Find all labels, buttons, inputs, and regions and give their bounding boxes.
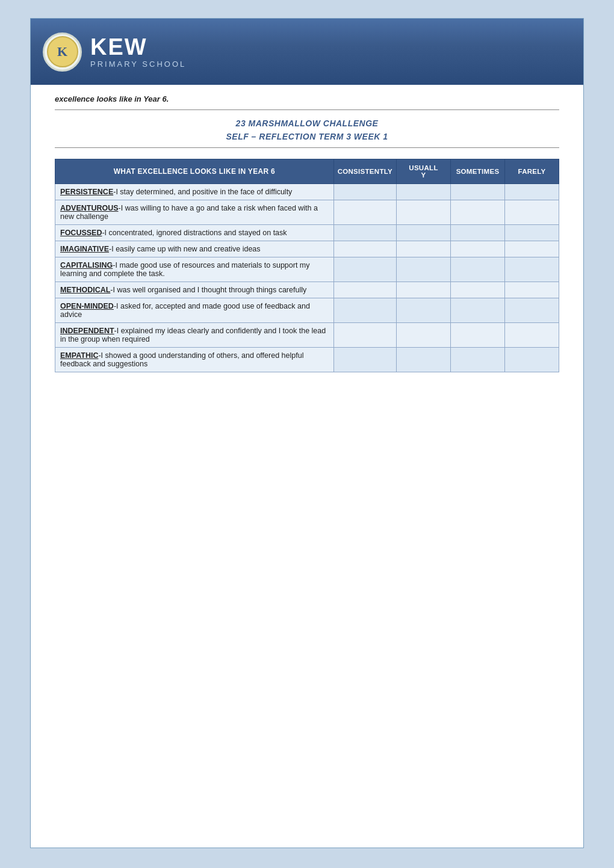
table-row: IMAGINATIVE-I easily came up with new an… <box>55 241 559 257</box>
col-header-consistently: CONSISTENTLY <box>333 159 396 184</box>
table-header-row: WHAT EXCELLENCE LOOKS LIKE IN YEAR 6 CON… <box>55 159 559 184</box>
check-cell[interactable] <box>451 184 505 200</box>
check-cell[interactable] <box>397 298 451 323</box>
check-cell[interactable] <box>505 323 559 348</box>
check-cell[interactable] <box>397 200 451 225</box>
table-row: OPEN-MINDED-I asked for, accepted and ma… <box>55 298 559 323</box>
divider-2 <box>55 147 559 148</box>
check-cell[interactable] <box>397 323 451 348</box>
check-cell[interactable] <box>397 282 451 298</box>
check-cell[interactable] <box>333 225 396 241</box>
trait-description-cell: FOCUSSED-I concentrated, ignored distrac… <box>55 225 334 241</box>
check-cell[interactable] <box>451 241 505 257</box>
trait-name: OPEN-MINDED <box>60 302 114 310</box>
check-cell[interactable] <box>505 348 559 372</box>
check-cell[interactable] <box>397 257 451 282</box>
trait-name: PERSISTENCE <box>60 188 113 196</box>
check-cell[interactable] <box>451 282 505 298</box>
trait-description-cell: IMAGINATIVE-I easily came up with new an… <box>55 241 334 257</box>
logo-circle: K <box>43 32 82 72</box>
table-row: ADVENTUROUS-I was willing to have a go a… <box>55 200 559 225</box>
header-banner: K KEW PRIMARY SCHOOL <box>31 19 583 85</box>
check-cell[interactable] <box>397 225 451 241</box>
divider-1 <box>55 109 559 110</box>
check-cell[interactable] <box>333 348 396 372</box>
trait-name: INDEPENDENT <box>60 327 114 335</box>
check-cell[interactable] <box>451 257 505 282</box>
table-row: PERSISTENCE-I stay determined, and posit… <box>55 184 559 200</box>
check-cell[interactable] <box>451 298 505 323</box>
check-cell[interactable] <box>397 348 451 372</box>
content-area: excellence looks like in Year 6. 23 MARS… <box>31 85 583 384</box>
check-cell[interactable] <box>451 200 505 225</box>
trait-description-cell: PERSISTENCE-I stay determined, and posit… <box>55 184 334 200</box>
check-cell[interactable] <box>505 184 559 200</box>
check-cell[interactable] <box>505 257 559 282</box>
col-header-description: WHAT EXCELLENCE LOOKS LIKE IN YEAR 6 <box>55 159 334 184</box>
check-cell[interactable] <box>451 348 505 372</box>
trait-name: FOCUSSED <box>60 229 102 237</box>
check-cell[interactable] <box>451 225 505 241</box>
trait-description-cell: INDEPENDENT-I explained my ideas clearly… <box>55 323 334 348</box>
check-cell[interactable] <box>451 323 505 348</box>
trait-name: ADVENTUROUS <box>60 204 119 212</box>
check-cell[interactable] <box>505 298 559 323</box>
trait-name: METHODICAL <box>60 286 110 294</box>
trait-description-cell: CAPITALISING-I made good use of resource… <box>55 257 334 282</box>
check-cell[interactable] <box>333 323 396 348</box>
check-cell[interactable] <box>505 282 559 298</box>
check-cell[interactable] <box>333 298 396 323</box>
table-row: EMPATHIC-I showed a good understanding o… <box>55 348 559 372</box>
check-cell[interactable] <box>333 200 396 225</box>
trait-description-cell: METHODICAL-I was well organised and I th… <box>55 282 334 298</box>
check-cell[interactable] <box>505 200 559 225</box>
col-header-usually: USUALLY <box>397 159 451 184</box>
title-reflection: SELF – REFLECTION TERM 3 WEEK 1 <box>55 132 559 141</box>
check-cell[interactable] <box>333 257 396 282</box>
check-cell[interactable] <box>397 184 451 200</box>
col-header-sometimes: SOMETIMES <box>451 159 505 184</box>
table-row: CAPITALISING-I made good use of resource… <box>55 257 559 282</box>
school-name-block: KEW PRIMARY SCHOOL <box>90 35 186 69</box>
check-cell[interactable] <box>505 225 559 241</box>
logo-letter: K <box>47 36 78 67</box>
trait-description-cell: ADVENTUROUS-I was willing to have a go a… <box>55 200 334 225</box>
check-cell[interactable] <box>333 241 396 257</box>
check-cell[interactable] <box>333 184 396 200</box>
table-row: INDEPENDENT-I explained my ideas clearly… <box>55 323 559 348</box>
trait-description-cell: EMPATHIC-I showed a good understanding o… <box>55 348 334 372</box>
trait-name: CAPITALISING <box>60 261 113 269</box>
intro-text: excellence looks like in Year 6. <box>55 94 559 103</box>
col-header-farely: FARELY <box>505 159 559 184</box>
check-cell[interactable] <box>505 241 559 257</box>
trait-name: IMAGINATIVE <box>60 245 109 253</box>
table-row: METHODICAL-I was well organised and I th… <box>55 282 559 298</box>
page: K KEW PRIMARY SCHOOL excellence looks li… <box>30 18 584 848</box>
check-cell[interactable] <box>397 241 451 257</box>
check-cell[interactable] <box>333 282 396 298</box>
table-row: FOCUSSED-I concentrated, ignored distrac… <box>55 225 559 241</box>
title-marshmallow: 23 MARSHMALLOW CHALLENGE <box>55 119 559 128</box>
reflection-table: WHAT EXCELLENCE LOOKS LIKE IN YEAR 6 CON… <box>55 159 559 372</box>
school-subname: PRIMARY SCHOOL <box>90 60 186 69</box>
school-name: KEW <box>90 35 186 58</box>
trait-description-cell: OPEN-MINDED-I asked for, accepted and ma… <box>55 298 334 323</box>
trait-name: EMPATHIC <box>60 351 98 360</box>
